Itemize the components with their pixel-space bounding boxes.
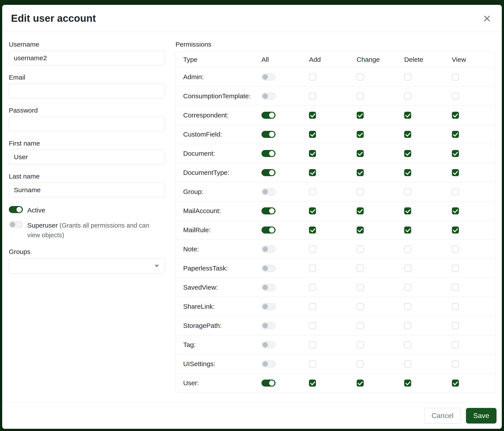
permission-all-toggle[interactable] <box>261 73 276 81</box>
permission-add-checkbox[interactable] <box>309 93 316 100</box>
groups-select[interactable] <box>9 258 165 274</box>
permission-view-checkbox[interactable] <box>452 207 459 214</box>
permission-change-checkbox[interactable] <box>357 207 364 214</box>
permission-delete-checkbox[interactable] <box>404 284 411 291</box>
permission-view-checkbox[interactable] <box>452 379 459 386</box>
permission-all-toggle[interactable] <box>261 341 276 348</box>
permission-add-checkbox[interactable] <box>309 379 316 386</box>
permission-change-checkbox[interactable] <box>357 188 364 195</box>
permission-add-checkbox[interactable] <box>309 284 316 291</box>
permission-view-checkbox[interactable] <box>452 360 459 368</box>
permission-view-checkbox[interactable] <box>452 150 459 157</box>
permission-view-checkbox[interactable] <box>452 112 459 119</box>
permission-all-toggle[interactable] <box>261 188 276 195</box>
permission-add-cell <box>305 341 352 348</box>
permission-change-checkbox[interactable] <box>357 341 364 348</box>
close-icon[interactable]: ✕ <box>482 12 492 25</box>
permission-view-checkbox[interactable] <box>452 73 459 81</box>
permission-change-checkbox[interactable] <box>357 112 364 119</box>
permission-view-checkbox[interactable] <box>452 169 459 176</box>
permission-view-checkbox[interactable] <box>452 246 459 253</box>
permission-all-toggle[interactable] <box>261 284 276 291</box>
permission-change-checkbox[interactable] <box>357 360 364 368</box>
permission-all-toggle[interactable] <box>261 246 276 253</box>
permission-add-checkbox[interactable] <box>309 360 316 368</box>
last-name-input[interactable] <box>9 183 165 197</box>
permission-add-checkbox[interactable] <box>309 188 316 195</box>
permission-delete-cell <box>400 360 447 368</box>
permission-view-checkbox[interactable] <box>452 93 459 100</box>
permission-change-checkbox[interactable] <box>357 93 364 100</box>
permission-all-toggle[interactable] <box>261 303 276 310</box>
permission-delete-checkbox[interactable] <box>404 73 411 81</box>
username-input[interactable] <box>9 51 165 65</box>
permission-all-toggle[interactable] <box>261 322 276 329</box>
permission-view-checkbox[interactable] <box>452 226 459 233</box>
permission-delete-checkbox[interactable] <box>404 246 411 253</box>
permission-add-checkbox[interactable] <box>309 112 316 119</box>
permission-add-checkbox[interactable] <box>309 265 316 272</box>
permission-delete-checkbox[interactable] <box>404 379 411 386</box>
permission-change-checkbox[interactable] <box>357 169 364 176</box>
permission-change-checkbox[interactable] <box>357 150 364 157</box>
permission-add-checkbox[interactable] <box>309 341 316 348</box>
permission-delete-checkbox[interactable] <box>404 341 411 348</box>
permission-all-toggle[interactable] <box>261 93 276 100</box>
permission-view-checkbox[interactable] <box>452 322 459 329</box>
permission-add-checkbox[interactable] <box>309 169 316 176</box>
permission-delete-checkbox[interactable] <box>404 303 411 310</box>
permission-change-checkbox[interactable] <box>357 284 364 291</box>
permission-change-checkbox[interactable] <box>357 131 364 138</box>
permission-change-checkbox[interactable] <box>357 226 364 233</box>
permission-delete-checkbox[interactable] <box>404 150 411 157</box>
permission-add-checkbox[interactable] <box>309 131 316 138</box>
permission-delete-checkbox[interactable] <box>404 169 411 176</box>
permission-delete-checkbox[interactable] <box>404 188 411 195</box>
permission-delete-checkbox[interactable] <box>404 131 411 138</box>
permission-delete-checkbox[interactable] <box>404 112 411 119</box>
permission-all-toggle[interactable] <box>261 379 276 386</box>
permission-view-checkbox[interactable] <box>452 284 459 291</box>
permission-row: Note: <box>176 240 495 259</box>
permission-all-toggle[interactable] <box>261 360 276 368</box>
permission-change-checkbox[interactable] <box>357 379 364 386</box>
permission-all-toggle[interactable] <box>261 150 276 157</box>
permission-delete-checkbox[interactable] <box>404 93 411 100</box>
permission-change-checkbox[interactable] <box>357 322 364 329</box>
permission-view-checkbox[interactable] <box>452 265 459 272</box>
permission-view-checkbox[interactable] <box>452 131 459 138</box>
permission-view-checkbox[interactable] <box>452 341 459 348</box>
first-name-input[interactable] <box>9 150 165 164</box>
permission-delete-checkbox[interactable] <box>404 360 411 368</box>
permission-change-checkbox[interactable] <box>357 73 364 81</box>
permission-add-checkbox[interactable] <box>309 150 316 157</box>
permission-view-checkbox[interactable] <box>452 188 459 195</box>
permission-add-checkbox[interactable] <box>309 226 316 233</box>
permission-change-checkbox[interactable] <box>357 265 364 272</box>
permission-change-checkbox[interactable] <box>357 303 364 310</box>
permission-delete-checkbox[interactable] <box>404 207 411 214</box>
save-button[interactable]: Save <box>466 408 496 423</box>
permission-add-checkbox[interactable] <box>309 73 316 81</box>
permission-view-checkbox[interactable] <box>452 303 459 310</box>
toggle-knob <box>262 246 268 252</box>
permission-delete-checkbox[interactable] <box>404 322 411 329</box>
active-toggle[interactable] <box>9 206 23 213</box>
permission-add-checkbox[interactable] <box>309 303 316 310</box>
cancel-button[interactable]: Cancel <box>424 408 461 423</box>
permission-change-checkbox[interactable] <box>357 246 364 253</box>
superuser-toggle[interactable] <box>9 221 23 228</box>
email-input[interactable] <box>9 84 165 98</box>
permission-delete-checkbox[interactable] <box>404 226 411 233</box>
permission-all-toggle[interactable] <box>261 226 276 233</box>
permission-all-toggle[interactable] <box>261 265 276 272</box>
permission-add-checkbox[interactable] <box>309 246 316 253</box>
permission-all-toggle[interactable] <box>261 169 276 176</box>
permission-delete-checkbox[interactable] <box>404 265 411 272</box>
permission-all-toggle[interactable] <box>261 131 276 138</box>
permission-add-checkbox[interactable] <box>309 207 316 214</box>
password-input[interactable] <box>9 117 165 131</box>
permission-add-checkbox[interactable] <box>309 322 316 329</box>
permission-all-toggle[interactable] <box>261 207 276 214</box>
permission-all-toggle[interactable] <box>261 112 276 119</box>
